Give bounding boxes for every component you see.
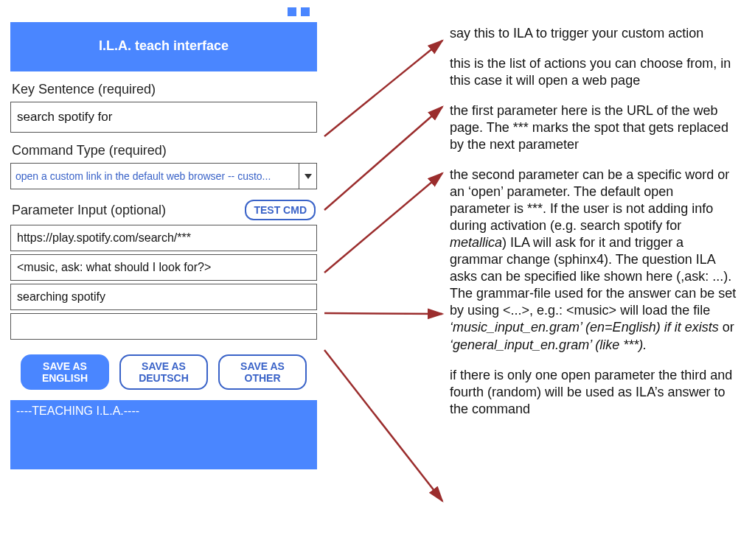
- command-type-value: open a custom link in the default web br…: [11, 164, 299, 189]
- annotation-column: say this to ILA to trigger your custom a…: [450, 25, 737, 431]
- svg-line-1: [324, 41, 442, 136]
- save-row: SAVE AS ENGLISH SAVE AS DEUTSCH SAVE AS …: [10, 354, 317, 390]
- note-2: this is the list of actions you can choo…: [450, 55, 737, 89]
- svg-line-5: [324, 350, 442, 501]
- svg-marker-0: [305, 174, 312, 179]
- key-sentence-input[interactable]: [10, 102, 317, 133]
- panel-title: I.L.A. teach interface: [10, 22, 317, 71]
- label-key-sentence: Key Sentence (required): [12, 82, 156, 97]
- param1-input[interactable]: [10, 225, 317, 251]
- svg-line-2: [324, 107, 442, 210]
- svg-line-3: [324, 173, 442, 273]
- square-icon: [301, 7, 310, 16]
- svg-line-4: [324, 313, 442, 314]
- save-other-button[interactable]: SAVE AS OTHER: [218, 354, 307, 390]
- param4-input[interactable]: [10, 313, 317, 340]
- dropdown-icon[interactable]: [299, 164, 316, 189]
- command-type-select[interactable]: open a custom link in the default web br…: [10, 163, 317, 189]
- note-3: the first parameter here is the URL of t…: [450, 102, 737, 153]
- save-english-button[interactable]: SAVE AS ENGLISH: [21, 354, 109, 390]
- square-icon: [288, 7, 296, 16]
- note-4: the second parameter can be a specific w…: [450, 167, 737, 353]
- test-cmd-button[interactable]: TEST CMD: [245, 200, 316, 220]
- save-deutsch-button[interactable]: SAVE AS DEUTSCH: [119, 354, 208, 390]
- note-5: if there is only one open parameter the …: [450, 367, 737, 418]
- teach-panel: I.L.A. teach interface Key Sentence (req…: [10, 10, 317, 469]
- param2-input[interactable]: [10, 254, 317, 281]
- log-output: ----TEACHING I.L.A.----: [10, 400, 317, 469]
- note-1: say this to ILA to trigger your custom a…: [450, 25, 737, 42]
- window-decoration-icons: [288, 7, 310, 16]
- label-parameter-input: Parameter Input (optional): [12, 203, 166, 218]
- label-command-type: Command Type (required): [12, 143, 167, 158]
- param3-input[interactable]: [10, 284, 317, 310]
